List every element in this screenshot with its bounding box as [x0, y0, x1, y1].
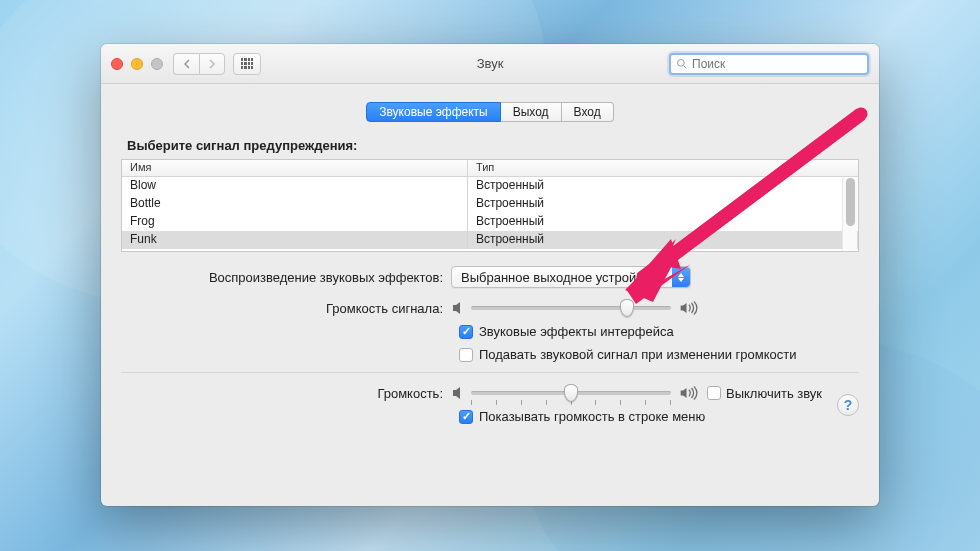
- column-type[interactable]: Тип: [468, 160, 858, 176]
- speaker-high-icon: [679, 300, 699, 316]
- list-header: Имя Тип: [122, 160, 858, 177]
- zoom-button[interactable]: [151, 58, 163, 70]
- column-name[interactable]: Имя: [122, 160, 468, 176]
- mute-label: Выключить звук: [726, 386, 822, 401]
- list-item[interactable]: BlowВстроенный: [122, 177, 858, 195]
- dropdown-value: Выбранное выходное устройство: [461, 270, 663, 285]
- dropdown-arrows-icon: [672, 267, 690, 287]
- svg-point-0: [678, 59, 685, 66]
- speaker-low-icon: [451, 385, 471, 401]
- tab-output[interactable]: Выход: [501, 102, 562, 122]
- slider-thumb[interactable]: [620, 299, 634, 317]
- minimize-button[interactable]: [131, 58, 143, 70]
- scroll-thumb[interactable]: [846, 178, 855, 226]
- ui-sounds-label: Звуковые эффекты интерфейса: [479, 324, 674, 339]
- grid-icon: [241, 58, 253, 70]
- speaker-low-icon: [451, 300, 471, 316]
- playback-device-dropdown[interactable]: Выбранное выходное устройство: [451, 266, 691, 288]
- traffic-lights: [111, 58, 163, 70]
- playback-device-label: Воспроизведение звуковых эффектов:: [121, 270, 451, 285]
- forward-button[interactable]: [199, 53, 225, 75]
- mute-checkbox[interactable]: [707, 386, 721, 400]
- output-volume-slider[interactable]: [471, 383, 671, 403]
- preferences-window: Звук Звуковые эффекты Выход Вход Выберит…: [101, 44, 879, 506]
- titlebar: Звук: [101, 44, 879, 84]
- ui-sounds-checkbox[interactable]: [459, 325, 473, 339]
- speaker-high-icon: [679, 385, 699, 401]
- feedback-sound-label: Подавать звуковой сигнал при изменении г…: [479, 347, 796, 362]
- output-volume-label: Громкость:: [121, 386, 451, 401]
- tab-input[interactable]: Вход: [562, 102, 614, 122]
- alert-sounds-list[interactable]: Имя Тип BlowВстроенный BottleВстроенный …: [121, 159, 859, 252]
- show-menubar-label: Показывать громкость в строке меню: [479, 409, 705, 424]
- back-button[interactable]: [173, 53, 199, 75]
- alert-volume-label: Громкость сигнала:: [121, 301, 451, 316]
- scrollbar[interactable]: [842, 178, 857, 250]
- svg-line-1: [684, 65, 687, 68]
- show-menubar-checkbox[interactable]: [459, 410, 473, 424]
- list-item[interactable]: FunkВстроенный: [122, 231, 858, 249]
- list-item[interactable]: FrogВстроенный: [122, 213, 858, 231]
- list-item[interactable]: BottleВстроенный: [122, 195, 858, 213]
- divider: [121, 372, 859, 373]
- help-button[interactable]: ?: [837, 394, 859, 416]
- search-field[interactable]: [669, 53, 869, 75]
- search-input[interactable]: [692, 57, 862, 71]
- tab-sound-effects[interactable]: Звуковые эффекты: [366, 102, 500, 122]
- feedback-sound-checkbox[interactable]: [459, 348, 473, 362]
- show-all-button[interactable]: [233, 53, 261, 75]
- alert-sound-label: Выберите сигнал предупреждения:: [127, 138, 859, 153]
- alert-volume-slider[interactable]: [471, 298, 671, 318]
- search-icon: [676, 58, 688, 70]
- close-button[interactable]: [111, 58, 123, 70]
- tabs: Звуковые эффекты Выход Вход: [121, 102, 859, 122]
